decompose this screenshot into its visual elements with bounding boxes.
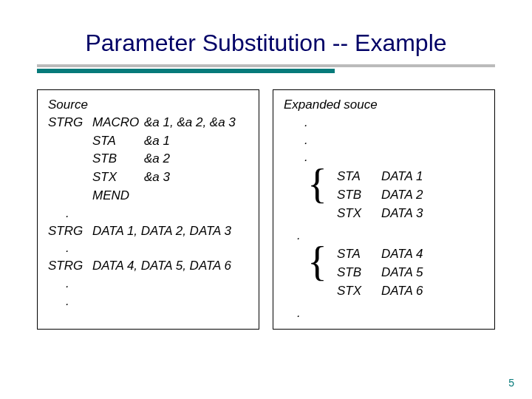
expansion-block-2: { STA DATA 4 STB DATA 5 STX DATA 6 xyxy=(284,245,487,299)
page-number: 5 xyxy=(508,377,514,389)
src-op: STB xyxy=(92,150,144,168)
content-panels: Source STRG MACRO &a 1, &a 2, &a 3 STA &… xyxy=(37,89,495,330)
blk-op: STX xyxy=(337,282,381,300)
blk-val: DATA 2 xyxy=(381,186,487,204)
src-args: &a 3 xyxy=(144,168,251,186)
src-args: DATA 4, DATA 5, DATA 6 xyxy=(92,257,251,275)
blk-val: DATA 1 xyxy=(381,168,487,185)
blk-op: STX xyxy=(337,205,381,222)
src-args: DATA 1, DATA 2, DATA 3 xyxy=(92,222,251,240)
slide: Parameter Substitution -- Example Source… xyxy=(0,0,532,399)
src-label: STRG xyxy=(48,222,92,240)
src-label: STRG xyxy=(48,257,92,275)
blk-val: DATA 6 xyxy=(381,282,487,300)
src-ellipsis: . xyxy=(48,239,251,257)
blk-op: STA xyxy=(337,168,381,185)
blk-op: STA xyxy=(337,245,381,263)
src-op: STA xyxy=(92,132,144,150)
blk-op: STB xyxy=(337,186,381,204)
divider-gray xyxy=(37,64,495,67)
expanded-header: Expanded souce xyxy=(284,96,487,114)
src-ellipsis: . xyxy=(48,275,251,293)
source-panel: Source STRG MACRO &a 1, &a 2, &a 3 STA &… xyxy=(37,89,259,330)
source-header: Source xyxy=(48,96,251,114)
block-grid: STA DATA 1 STB DATA 2 STX DATA 3 xyxy=(337,168,487,222)
brace-icon: { xyxy=(307,163,327,205)
source-grid: STRG DATA 4, DATA 5, DATA 6 xyxy=(48,257,251,275)
expansion-block-1: { STA DATA 1 STB DATA 2 STX DATA 3 xyxy=(284,168,487,222)
source-grid: STRG DATA 1, DATA 2, DATA 3 xyxy=(48,222,251,240)
blk-val: DATA 3 xyxy=(381,205,487,222)
source-grid: STRG MACRO &a 1, &a 2, &a 3 STA &a 1 STB… xyxy=(48,114,251,205)
divider-teal xyxy=(37,69,335,73)
exp-ellipsis: . xyxy=(284,132,487,149)
exp-ellipsis: . xyxy=(284,114,487,132)
src-args: &a 1 xyxy=(144,132,251,150)
src-args: &a 2 xyxy=(144,150,251,168)
expanded-panel: Expanded souce . . . { STA DATA 1 STB DA… xyxy=(273,89,495,330)
src-args: &a 1, &a 2, &a 3 xyxy=(144,114,251,132)
blk-op: STB xyxy=(337,264,381,282)
brace-icon: { xyxy=(307,241,327,282)
blk-val: DATA 4 xyxy=(381,245,487,263)
src-op: STX xyxy=(92,168,144,186)
title-underline xyxy=(37,64,495,73)
src-ellipsis: . xyxy=(48,293,251,310)
block-grid: STA DATA 4 STB DATA 5 STX DATA 6 xyxy=(337,245,487,299)
src-op: MACRO xyxy=(92,114,144,132)
src-op: MEND xyxy=(92,187,144,205)
exp-ellipsis: . xyxy=(284,304,487,322)
slide-title: Parameter Substitution -- Example xyxy=(37,30,495,57)
blk-val: DATA 5 xyxy=(381,264,487,282)
src-ellipsis: . xyxy=(48,205,251,222)
src-label: STRG xyxy=(48,114,92,132)
